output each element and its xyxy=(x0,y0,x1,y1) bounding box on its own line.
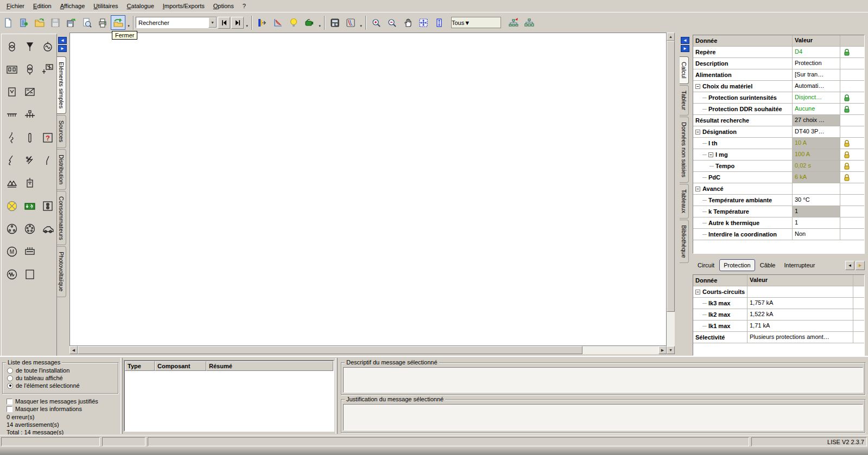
toolbar-close-folder-icon[interactable] xyxy=(111,15,125,30)
menu-affichage[interactable]: Affichage xyxy=(56,1,90,11)
right-arrow-right-icon[interactable]: ► xyxy=(681,45,689,52)
property-value[interactable]: 1,757 kA xyxy=(747,298,853,309)
radio-icon[interactable] xyxy=(7,368,13,374)
property-row-résultat-recherche[interactable]: Résultat recherche27 choix … xyxy=(693,115,864,126)
green-padlock-icon[interactable] xyxy=(840,92,853,103)
property-row-k-température[interactable]: k Température1 xyxy=(693,206,864,217)
property-value[interactable]: Disjonct… xyxy=(793,92,840,103)
palette-network-feeder-icon[interactable] xyxy=(21,39,39,55)
palette-ev-car-load-icon[interactable] xyxy=(39,221,56,237)
splitter-middle[interactable] xyxy=(335,358,338,434)
palette-resistor-load-icon[interactable] xyxy=(3,266,21,283)
palette-tab-sources[interactable]: Sources xyxy=(57,115,66,148)
palette-cable-element-icon[interactable] xyxy=(21,152,39,169)
vertical-scroll-thumb[interactable] xyxy=(667,41,675,312)
property-value[interactable]: 6 kA xyxy=(793,172,840,183)
search-combobox[interactable]: Rechercher▼ xyxy=(136,17,217,28)
property-row-interdire-la-coordination[interactable]: Interdire la coordinationNon xyxy=(693,229,864,240)
palette-filter-capacitor-icon[interactable] xyxy=(3,175,21,191)
scroll-right-arrow-icon[interactable]: ▶ xyxy=(658,346,667,354)
property-value[interactable]: 27 choix … xyxy=(793,115,840,126)
palette-busbar-dual-icon[interactable] xyxy=(21,107,39,123)
property-value[interactable]: DT40 3P… xyxy=(793,126,840,137)
property-value[interactable]: D4 xyxy=(793,47,840,57)
property-row-ik3-max[interactable]: Ik3 max1,757 kA xyxy=(693,298,864,309)
property-row-température-ambiante[interactable]: Température ambiante30 °C xyxy=(693,195,864,206)
scroll-left-arrow-icon[interactable]: ◀ xyxy=(69,346,78,354)
subtab-protection[interactable]: Protection xyxy=(719,259,755,271)
property-row-sélectivité[interactable]: SélectivitéPlusieurs protections amont… xyxy=(693,332,864,343)
right-arrow-left-icon[interactable]: ◄ xyxy=(681,37,689,44)
property-row-avancé[interactable]: −Avancé xyxy=(693,183,864,195)
property-value[interactable]: Non xyxy=(793,229,840,240)
radio-option-0[interactable]: de toute l'installation xyxy=(7,367,118,374)
palette-tab-distribution[interactable]: Distribution xyxy=(57,149,66,190)
palette-tab-photovolta-que[interactable]: Photovoltaïque xyxy=(57,246,66,297)
toolbar-network-collapse-icon[interactable] xyxy=(506,15,521,30)
property-value[interactable]: Protection xyxy=(793,58,840,69)
toolbar-fit-height-icon[interactable] xyxy=(432,15,446,30)
palette-breaker-element-icon[interactable] xyxy=(3,130,21,146)
toolbar-network-expand-icon[interactable] xyxy=(522,15,536,30)
toolbar-busbar-config-icon[interactable] xyxy=(255,15,269,30)
right-tab-tableaux[interactable]: Tableaux xyxy=(680,184,689,219)
property-value[interactable]: Automati… xyxy=(793,81,840,92)
right-tab-calcul[interactable]: Calcul xyxy=(680,56,689,84)
schematic-canvas[interactable] xyxy=(69,33,667,346)
palette-pv-source-icon[interactable] xyxy=(39,61,56,78)
toolbar-zoom-in-icon[interactable] xyxy=(369,15,383,30)
menu-?[interactable]: ? xyxy=(238,1,250,11)
palette-generator-source-icon[interactable] xyxy=(39,39,56,55)
expand-collapse-icon[interactable]: − xyxy=(695,84,700,89)
messages-table[interactable]: TypeComposantRésumé xyxy=(124,360,334,432)
property-row-tempo[interactable]: Tempo0,02 s xyxy=(693,161,864,172)
right-tab-tableur[interactable]: Tableur xyxy=(680,85,689,116)
palette-ups-source-icon[interactable] xyxy=(3,61,21,78)
canvas-vertical-scrollbar[interactable]: ▲ ▼ xyxy=(667,33,675,354)
descriptif-content[interactable] xyxy=(343,367,863,393)
property-row-autre-k-thermique[interactable]: Autre k thermique1 xyxy=(693,217,864,229)
menu-edition[interactable]: Edition xyxy=(29,1,56,11)
checkbox-option-1[interactable]: Masquer les informations xyxy=(7,406,118,412)
property-row-désignation[interactable]: −DésignationDT40 3P… xyxy=(693,126,864,138)
toolbar-tripping-curves-icon[interactable] xyxy=(270,15,285,30)
gold-padlock-icon[interactable] xyxy=(840,161,853,171)
property-row-courts-circuits[interactable]: −Courts-circuits xyxy=(693,286,864,298)
expand-collapse-icon[interactable]: − xyxy=(695,187,700,191)
toolbar-lamp-test-icon[interactable] xyxy=(286,15,301,30)
toolbar-print-icon[interactable] xyxy=(95,15,110,30)
right-tab-données-non-saisies[interactable]: Données non saisies xyxy=(680,117,689,183)
checkbox-icon[interactable] xyxy=(7,399,12,405)
toolbar-next-result-icon[interactable] xyxy=(231,17,244,29)
palette-switch-element-icon[interactable] xyxy=(3,152,21,169)
property-row-repère[interactable]: RepèreD4 xyxy=(693,47,864,58)
horizontal-scroll-thumb[interactable] xyxy=(78,346,582,354)
palette-transformer-iso-icon[interactable] xyxy=(21,61,39,78)
property-row-pdc[interactable]: PdC6 kA xyxy=(693,172,864,183)
property-value[interactable]: [Sur tran… xyxy=(793,69,840,80)
property-value[interactable]: 1 xyxy=(793,217,840,228)
expand-collapse-icon[interactable]: − xyxy=(708,152,713,157)
radio-option-2[interactable]: de l'élément sélectionné xyxy=(7,382,118,389)
toolbar-zoom-out-icon[interactable] xyxy=(384,15,399,30)
palette-motor-load-icon[interactable]: M xyxy=(3,243,21,260)
toolbar-print-preview-icon[interactable] xyxy=(79,15,94,30)
palette-generic-box-icon[interactable] xyxy=(21,266,39,283)
property-value[interactable]: 1,71 kA xyxy=(747,321,853,331)
gold-padlock-icon[interactable] xyxy=(840,172,853,183)
toolbar-pan-hand-icon[interactable] xyxy=(400,15,415,30)
subtab-next-icon[interactable]: ▸ xyxy=(856,261,865,270)
property-row-i-mg[interactable]: −I mg100 A xyxy=(693,149,864,161)
palette-battery-box-icon[interactable] xyxy=(3,84,21,100)
gold-padlock-icon[interactable] xyxy=(840,149,853,160)
canvas-horizontal-scrollbar[interactable]: ◀ ▶ xyxy=(69,346,667,354)
toolbar-first-result-icon[interactable] xyxy=(218,17,230,29)
property-value[interactable] xyxy=(793,183,840,194)
toolbar-fit-page-icon[interactable] xyxy=(416,15,430,30)
palette-unknown-element-icon[interactable]: ? xyxy=(39,130,56,146)
property-value[interactable]: 30 °C xyxy=(793,195,840,206)
palette-battery-cell-icon[interactable] xyxy=(21,175,39,191)
right-tab-biblioth-que[interactable]: Bibliothèque xyxy=(680,220,689,264)
expand-collapse-icon[interactable]: − xyxy=(695,290,700,294)
palette-heater-load-icon[interactable] xyxy=(21,243,39,260)
